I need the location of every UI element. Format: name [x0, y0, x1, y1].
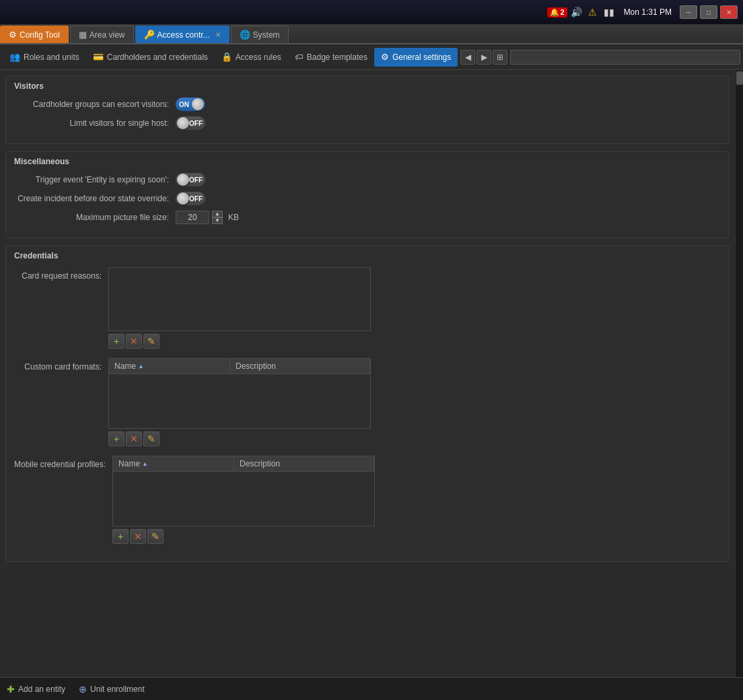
custom-card-edit-btn[interactable]: ✎: [143, 431, 160, 446]
custom-card-desc-col[interactable]: Description: [230, 359, 370, 374]
sort-arrow-icon: ▲: [138, 363, 144, 370]
unit-enrollment-icon: ⊕: [79, 684, 87, 695]
card-request-add-btn[interactable]: +: [108, 334, 125, 349]
spinner-wrap: 20 ▲ ▼ KB: [176, 211, 239, 224]
tab-close-icon[interactable]: ✕: [215, 31, 221, 38]
nav-arrows: ◀ ▶ ⊞: [460, 50, 507, 65]
config-icon: ⚙: [9, 30, 17, 40]
nav-tab-badge[interactable]: 🏷 Badge templates: [288, 48, 374, 67]
mobile-cred-del-btn[interactable]: ✕: [130, 529, 146, 544]
unit-enrollment-btn[interactable]: ⊕ Unit enrollment: [79, 684, 145, 695]
add-entity-btn[interactable]: ✚ Add an entity: [7, 684, 65, 695]
nav-prev[interactable]: ◀: [460, 50, 475, 65]
mobile-cred-table-wrap: Name ▲ Description: [112, 456, 375, 526]
incident-toggle[interactable]: OFF: [176, 192, 205, 205]
max-pic-label: Maximum picture file size:: [14, 213, 176, 222]
card-request-content: + ✕ ✎: [108, 267, 721, 349]
limit-toggle[interactable]: OFF: [176, 116, 205, 130]
visitors-section: Visitors Cardholder groups can escort vi…: [5, 75, 730, 144]
system-icon: 🌐: [240, 30, 250, 40]
incident-label: Create incident before door state overri…: [14, 194, 176, 203]
mobile-cred-edit-btn[interactable]: ✎: [147, 529, 164, 544]
limit-toggle-label: OFF: [189, 120, 203, 127]
mobile-cred-row: Mobile credential profiles: Name ▲ Descr…: [14, 456, 721, 544]
incident-toggle-track[interactable]: OFF: [176, 192, 205, 205]
warning-icon: ⚠: [586, 5, 600, 19]
roles-icon: 👥: [9, 52, 20, 62]
mobile-cred-desc-col[interactable]: Description: [234, 456, 374, 471]
tab-system[interactable]: 🌐 System: [231, 26, 289, 43]
nav-grid[interactable]: ⊞: [493, 50, 507, 65]
bell-icon: 🔔: [550, 8, 559, 17]
volume-icon: 🔊: [570, 5, 583, 19]
general-icon: ⚙: [381, 52, 389, 62]
trigger-toggle[interactable]: OFF: [176, 173, 205, 186]
custom-card-label: Custom card formats:: [14, 358, 108, 446]
minimize-btn[interactable]: ─: [680, 5, 697, 19]
mobile-cred-add-btn[interactable]: +: [112, 529, 129, 544]
tab-config[interactable]: ⚙ Config Tool: [0, 26, 69, 43]
mobile-cred-content: Name ▲ Description + ✕: [112, 456, 721, 544]
escort-toggle-label: ON: [179, 101, 189, 108]
incident-toggle-label: OFF: [189, 195, 203, 203]
max-pic-input[interactable]: 20: [176, 211, 209, 224]
nav-search-input[interactable]: [510, 50, 740, 65]
footer: ✚ Add an entity ⊕ Unit enrollment: [0, 677, 743, 700]
maximize-btn[interactable]: □: [700, 5, 717, 19]
spinner-buttons: ▲ ▼: [212, 211, 223, 224]
trigger-toggle-label: OFF: [189, 176, 203, 184]
access-rules-icon: 🔒: [221, 52, 232, 62]
credentials-title: Credentials: [14, 251, 721, 260]
nav-search-wrap: [510, 50, 740, 65]
tab-area[interactable]: ▦ Area view: [70, 26, 134, 43]
custom-card-table-wrap: Name ▲ Description: [108, 358, 371, 429]
access-icon: 🔑: [144, 30, 155, 40]
trigger-toggle-track[interactable]: OFF: [176, 173, 205, 186]
spinner-down[interactable]: ▼: [212, 217, 223, 224]
escort-toggle[interactable]: ON: [176, 98, 205, 111]
custom-card-name-col[interactable]: Name ▲: [109, 359, 230, 374]
tab-access[interactable]: 🔑 Access contr... ✕: [135, 26, 229, 43]
card-request-del-btn[interactable]: ✕: [126, 334, 142, 349]
close-btn[interactable]: ✕: [720, 5, 738, 19]
custom-card-table: Name ▲ Description: [108, 358, 371, 429]
limit-toggle-track[interactable]: OFF: [176, 116, 205, 130]
nav-tab-access-rules[interactable]: 🔒 Access rules: [215, 48, 288, 67]
mobile-cred-table-body: [113, 472, 374, 526]
limit-toggle-thumb: [177, 117, 189, 129]
mobile-cred-name-col[interactable]: Name ▲: [113, 456, 234, 471]
cardholders-icon: 💳: [93, 52, 104, 62]
credentials-section: Credentials Card request reasons: + ✕ ✎ …: [5, 245, 730, 562]
scrollbar[interactable]: [735, 70, 743, 677]
custom-card-table-header: Name ▲ Description: [109, 359, 370, 374]
mobile-sort-arrow-icon: ▲: [142, 460, 148, 467]
trigger-toggle-thumb: [177, 174, 189, 186]
misc-title: Miscellaneous: [14, 157, 721, 166]
card-request-edit-btn[interactable]: ✎: [143, 334, 160, 349]
area-icon: ▦: [79, 30, 87, 40]
spinner-up[interactable]: ▲: [212, 211, 223, 217]
max-pic-row: Maximum picture file size: 20 ▲ ▼ KB: [14, 211, 721, 224]
escort-toggle-thumb: [192, 98, 204, 110]
battery-icon: ▮▮: [602, 5, 616, 19]
mobile-cred-table: Name ▲ Description: [112, 456, 375, 526]
nav-next[interactable]: ▶: [476, 50, 491, 65]
incident-row: Create incident before door state overri…: [14, 192, 721, 205]
visitors-title: Visitors: [14, 81, 721, 91]
main-content: Visitors Cardholder groups can escort vi…: [0, 70, 743, 677]
card-request-toolbar: + ✕ ✎: [108, 334, 721, 349]
custom-card-table-body: [109, 374, 370, 428]
content-area: Visitors Cardholder groups can escort vi…: [0, 70, 735, 677]
nav-tab-cardholders[interactable]: 💳 Cardholders and credentials: [86, 48, 215, 67]
nav-tabs: 👥 Roles and units 💳 Cardholders and cred…: [0, 44, 743, 70]
trigger-row: Trigger event 'Entity is expiring soon':…: [14, 173, 721, 186]
limit-label: Limit visitors for single host:: [14, 118, 176, 128]
escort-toggle-track[interactable]: ON: [176, 98, 205, 111]
max-pic-unit: KB: [228, 213, 239, 222]
custom-card-del-btn[interactable]: ✕: [126, 431, 142, 446]
trigger-label: Trigger event 'Entity is expiring soon':: [14, 175, 176, 184]
nav-tab-general[interactable]: ⚙ General settings: [374, 48, 458, 67]
custom-card-add-btn[interactable]: +: [108, 431, 125, 446]
nav-tab-roles[interactable]: 👥 Roles and units: [3, 48, 86, 67]
mobile-cred-label: Mobile credential profiles:: [14, 456, 112, 544]
